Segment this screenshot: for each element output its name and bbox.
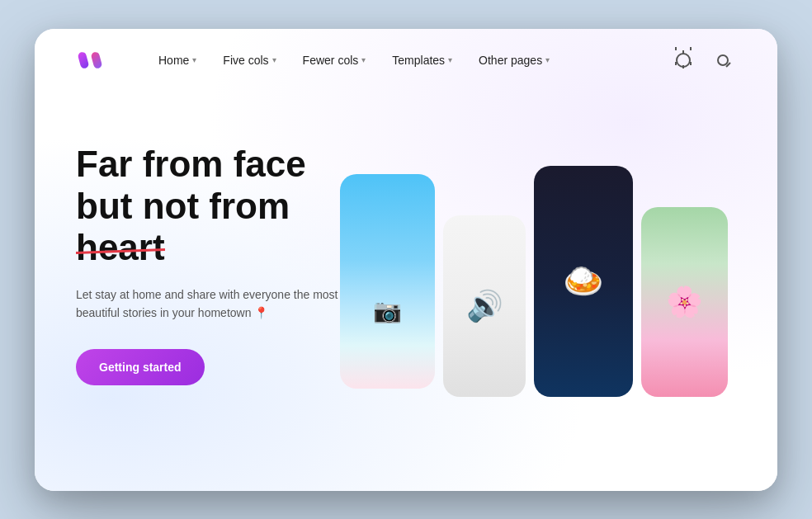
- chevron-down-icon: ▾: [448, 55, 452, 64]
- hero-content: Far from face but not from heart Let sta…: [76, 144, 340, 385]
- getting-started-button[interactable]: Getting started: [76, 349, 205, 385]
- photo-flowers: [641, 207, 728, 397]
- photo-card-1: [340, 174, 435, 389]
- svg-rect-1: [91, 51, 103, 69]
- nav-item-five-cols[interactable]: Five cols ▾: [223, 54, 276, 67]
- strikethrough-text: heart: [76, 227, 165, 269]
- chevron-down-icon: ▾: [361, 55, 366, 64]
- nav-links: Home ▾ Five cols ▾ Fewer cols ▾ Template…: [158, 54, 670, 67]
- browser-frame: Home ▾ Five cols ▾ Fewer cols ▾ Template…: [35, 29, 777, 491]
- photo-food: [534, 166, 633, 397]
- photo-card-4: [641, 207, 728, 397]
- hero-section: Far from face but not from heart Let sta…: [35, 92, 777, 455]
- photo-sky: [340, 174, 435, 389]
- hero-subtitle: Let stay at home and share with everyone…: [76, 285, 340, 323]
- sun-icon: [676, 53, 691, 68]
- hero-title: Far from face but not from heart: [76, 144, 340, 269]
- logo[interactable]: [76, 47, 109, 73]
- chevron-down-icon: ▾: [545, 55, 550, 64]
- nav-actions: [670, 47, 736, 73]
- nav-item-home[interactable]: Home ▾: [158, 54, 196, 67]
- chevron-down-icon: ▾: [192, 55, 196, 64]
- photo-speaker: [443, 215, 526, 397]
- nav-item-templates[interactable]: Templates ▾: [392, 54, 452, 67]
- photo-card-3: [534, 166, 633, 397]
- chevron-down-icon: ▾: [272, 55, 276, 64]
- hero-images: [340, 133, 736, 397]
- photo-card-2: [443, 215, 526, 397]
- nav-item-fewer-cols[interactable]: Fewer cols ▾: [303, 54, 366, 67]
- nav-item-other-pages[interactable]: Other pages ▾: [479, 54, 550, 67]
- theme-toggle-button[interactable]: [670, 47, 696, 73]
- search-button[interactable]: [710, 47, 736, 73]
- svg-rect-0: [78, 51, 90, 69]
- navbar: Home ▾ Five cols ▾ Fewer cols ▾ Template…: [35, 29, 777, 92]
- search-icon: [717, 54, 729, 66]
